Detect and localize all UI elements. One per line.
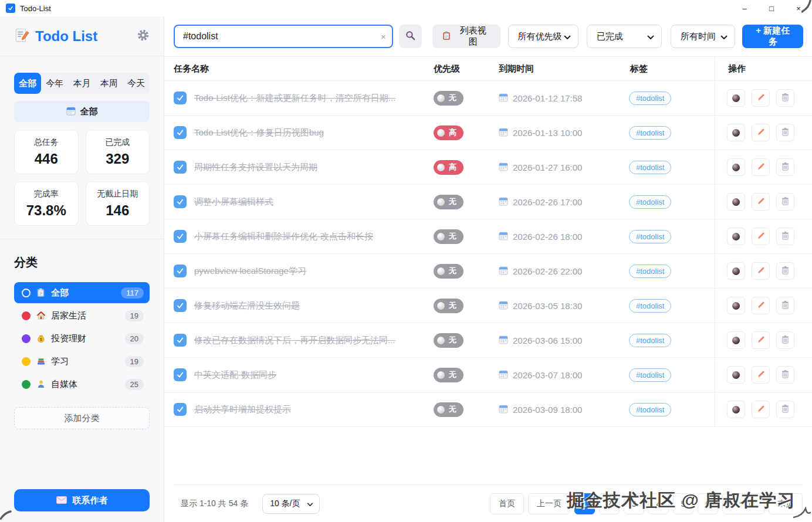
next-page-button[interactable]: 下一页 <box>722 493 764 514</box>
pencil-icon <box>757 128 765 138</box>
add-category-button[interactable]: 添加分类 <box>14 407 150 429</box>
task-name: 小屏幕任务编辑和删除操作优化-改点击和长按 <box>194 231 373 242</box>
time-filter-tab[interactable]: 全部 <box>14 73 41 94</box>
eye-icon <box>732 337 740 344</box>
view-task-button[interactable] <box>727 124 745 141</box>
view-task-button[interactable] <box>727 262 745 280</box>
delete-task-button[interactable] <box>776 401 794 418</box>
page-number-button[interactable]: 2 <box>599 493 620 514</box>
page-number-button[interactable]: 1 <box>574 493 595 514</box>
task-checkbox[interactable] <box>174 403 187 416</box>
tag-badge[interactable]: #todolist <box>629 403 671 416</box>
time-filter-tab[interactable]: 本周 <box>96 73 123 94</box>
edit-task-button[interactable] <box>752 158 770 176</box>
priority-cell: 无 <box>425 264 499 279</box>
delete-task-button[interactable] <box>776 193 794 211</box>
delete-task-button[interactable] <box>776 89 794 107</box>
delete-task-button[interactable] <box>776 366 794 384</box>
task-checkbox[interactable] <box>174 265 187 277</box>
view-task-button[interactable] <box>727 193 745 211</box>
clear-search-icon[interactable]: × <box>381 32 386 41</box>
view-task-button[interactable] <box>727 228 745 245</box>
view-task-button[interactable] <box>727 366 745 384</box>
page-size-select[interactable]: 10 条/页 <box>262 494 320 514</box>
tag-badge[interactable]: #todolist <box>629 265 671 278</box>
delete-task-button[interactable] <box>776 331 794 349</box>
tag-cell: #todolist <box>628 368 715 382</box>
task-checkbox[interactable] <box>174 299 187 312</box>
delete-task-button[interactable] <box>776 262 794 280</box>
maximize-button[interactable]: □ <box>758 0 785 16</box>
delete-task-button[interactable] <box>776 228 794 245</box>
task-checkbox[interactable] <box>174 230 187 243</box>
task-name-cell: 周期性任务支持设置以天为周期 <box>164 161 425 174</box>
list-view-toggle-button[interactable]: 列表视图 <box>432 25 500 48</box>
date-range-filter-button[interactable]: 全部 <box>14 101 150 122</box>
task-checkbox[interactable] <box>174 161 187 174</box>
prev-page-button[interactable]: 上一页 <box>528 493 570 514</box>
edit-task-button[interactable] <box>752 366 770 384</box>
delete-task-button[interactable] <box>776 158 794 176</box>
category-item[interactable]: 居家生活 19 <box>14 305 150 326</box>
tag-badge[interactable]: #todolist <box>629 195 671 209</box>
page-number-button[interactable]: 6 <box>698 493 718 514</box>
edit-task-button[interactable] <box>752 401 770 418</box>
status-filter-select[interactable]: 已完成 <box>587 25 662 48</box>
tag-badge[interactable]: #todolist <box>629 334 671 347</box>
page-number-button[interactable]: 4 <box>648 493 669 514</box>
priority-ball-icon <box>437 302 445 310</box>
priority-label: 无 <box>449 231 456 242</box>
delete-task-button[interactable] <box>776 297 794 314</box>
last-page-button[interactable]: 末页 <box>769 493 803 514</box>
page-number-button[interactable]: 3 <box>624 493 644 514</box>
time-filter-tab[interactable]: 今天 <box>123 73 150 94</box>
calendar-icon <box>499 127 508 138</box>
view-task-button[interactable] <box>727 89 745 107</box>
time-filter-select[interactable]: 所有时间 <box>671 25 735 48</box>
toolbar: × 列表视图 所有优先级 已完成 <box>164 16 812 56</box>
page-number-button[interactable]: 5 <box>673 493 693 514</box>
edit-task-button[interactable] <box>752 262 770 280</box>
table-row: 调整小屏幕编辑样式 无 2026-02-26 17:00 #todolist <box>164 185 812 219</box>
close-button[interactable]: × <box>785 0 812 16</box>
settings-button[interactable] <box>137 29 150 43</box>
edit-task-button[interactable] <box>752 193 770 211</box>
task-checkbox[interactable] <box>174 91 187 104</box>
task-checkbox[interactable] <box>174 126 187 139</box>
task-checkbox[interactable] <box>174 368 187 381</box>
first-page-button[interactable]: 首页 <box>490 493 524 514</box>
search-button[interactable] <box>399 25 422 48</box>
tag-badge[interactable]: #todolist <box>629 230 671 243</box>
category-item[interactable]: 全部 117 <box>14 282 150 303</box>
category-label: 自媒体 <box>51 379 120 390</box>
tag-badge[interactable]: #todolist <box>629 299 671 313</box>
category-item[interactable]: 自媒体 25 <box>14 374 150 395</box>
view-task-button[interactable] <box>727 401 745 418</box>
table-row: 小屏幕任务编辑和删除操作优化-改点击和长按 无 2026-02-26 18:00… <box>164 219 812 254</box>
delete-task-button[interactable] <box>776 124 794 141</box>
edit-task-button[interactable] <box>752 228 770 245</box>
tag-badge[interactable]: #todolist <box>629 161 671 174</box>
new-task-button[interactable]: + 新建任务 <box>742 25 803 48</box>
minimize-button[interactable]: – <box>731 0 758 16</box>
task-checkbox[interactable] <box>174 195 187 208</box>
view-task-button[interactable] <box>727 158 745 176</box>
time-filter-tab[interactable]: 本月 <box>68 73 95 94</box>
edit-task-button[interactable] <box>752 331 770 349</box>
contact-author-button[interactable]: 联系作者 <box>14 489 150 511</box>
search-input[interactable] <box>174 25 393 48</box>
category-item[interactable]: 学习 19 <box>14 351 150 372</box>
edit-task-button[interactable] <box>752 124 770 141</box>
view-task-button[interactable] <box>727 331 745 349</box>
edit-task-button[interactable] <box>752 89 770 107</box>
priority-filter-select[interactable]: 所有优先级 <box>508 25 578 48</box>
view-task-button[interactable] <box>727 297 745 314</box>
category-color-dot <box>22 334 31 343</box>
tag-badge[interactable]: #todolist <box>629 368 671 382</box>
category-item[interactable]: $ 投资理财 20 <box>14 328 150 349</box>
time-filter-tab[interactable]: 今年 <box>41 73 68 94</box>
tag-badge[interactable]: #todolist <box>629 126 671 140</box>
edit-task-button[interactable] <box>752 297 770 314</box>
tag-badge[interactable]: #todolist <box>629 91 671 105</box>
task-checkbox[interactable] <box>174 334 187 347</box>
